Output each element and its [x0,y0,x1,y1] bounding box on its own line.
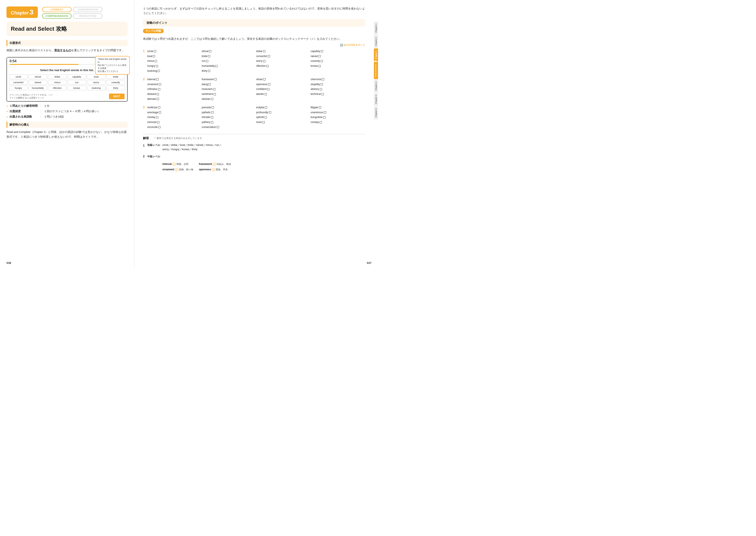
intro-right: １つの単語に引っかからず、まずはすべての語をチェックし終えることを意識しましょう… [143,7,365,16]
answer-row-1: 1 初級レベル circle／dollar／boat／bride／rained／… [143,143,365,152]
page-title: Read and Select 攻略 [11,25,123,33]
tab-conversation[interactable]: CONVERSATiON [73,7,102,12]
mindset-section: 解答時の心構え Read and Complete（Chapter 2）と同様、… [7,122,127,139]
side-tabs: Chapter 1 Chapter 2 Chapter 3 Read and S… [374,21,378,119]
intro-text: 画面に表示された単語のリストから、実在するものを選んでクリックするタイプの問題で… [7,48,127,53]
side-tab-read-select[interactable]: Read and Select 攻略 [374,62,378,79]
q-col-3-2: precede pathetic intruder pathery consec… [202,105,256,130]
q-num-1: 1 [143,49,147,74]
q-col-3-1: reviticize wreckage meslay memute reconc… [147,105,202,130]
chapter-badge: Chapter 3 [7,7,38,18]
sample-badge: サンプル問題 [143,29,164,33]
word-cell[interactable]: bride [106,74,125,79]
question-2: 2 interval ornament orthodox disware dis… [143,77,365,102]
screen-bottom: クリックした単語はハイライトされる。ハイライトを解除するには再度クリック NEX… [7,92,127,101]
chapter-label: Chapter [11,10,29,16]
stat-item: １問あたりの解答時間 ｜ １分 [7,104,127,108]
answer-note: ＊ 解答では実在する単語のみを示しています。 [154,137,204,140]
mockup-wrapper: "Select the real English words in this l… [7,57,127,102]
word-cell[interactable]: knows [67,85,86,90]
word-cell[interactable]: thirty [106,85,125,90]
vocab-grid: interval 名 間隔、合間 framework 名 枠組み、構成 orna… [162,162,231,172]
side-tab-ch1[interactable]: Chapter 1 [374,21,378,35]
right-page: １つの単語に引っかからず、まずはすべての語をチェックし終えることを意識しましょう… [134,0,378,268]
q-col-2-4: cherrorist stupidity abstory technical [311,77,365,102]
word-cell[interactable]: humanitally [28,85,47,90]
page-number-left: 036 [7,261,11,265]
stat-item: 出題される単語数 ｜ １問につき18語 [7,115,127,119]
word-cell[interactable]: boat [87,74,106,79]
vocab-item: framework 名 枠組み、構成 [199,162,231,167]
word-cell[interactable]: hungry [9,85,28,90]
answer-section: 解答 ＊ 解答では実在する単語のみを示しています。 1 初級レベル circle… [143,134,365,172]
title-section: Read and Select 攻略 [7,21,127,36]
vocab-item: interval 名 間隔、合間 [162,162,195,167]
vocab-item: openness 名 開放、率直 [199,167,231,172]
tab-literacy[interactable]: LITERACY [42,7,72,12]
word-cell[interactable]: minus [48,80,67,85]
chapter-num: 3 [30,8,34,16]
q-col-2-1: interval ornament orthodox disware disma… [147,77,202,102]
left-page: Chapter 3 LITERACY CONVERSATiON COMPREHE… [0,0,134,268]
page-number-right: 037 [367,261,371,265]
side-tab-ch3[interactable]: Chapter 3 [374,49,378,61]
time-note: 🔄 解答時間▶各問１分 [143,44,365,47]
word-cell[interactable]: run [67,80,86,85]
question-1: 1 circle boat minus hungry tookning stri… [143,49,365,74]
word-cell[interactable]: circle [9,74,28,79]
tab-comprehension[interactable]: COMPREHENSION [42,14,72,18]
stats-list: １問あたりの解答時間 ｜ １分 出題頻度 ｜ １回のテストにつき４～６問（４問が… [7,104,127,119]
strategy-title: 攻略のポイント [146,21,361,25]
nav-tabs: LITERACY CONVERSATiON COMPREHENSION PROD… [42,7,103,18]
vocab-item: ornament 名 装飾、飾り物 [162,167,195,172]
tooltip-bubble: "Select the real English words in this l… [95,56,130,75]
word-cell[interactable]: convertict [9,80,28,85]
answer-header: 解答 ＊ 解答では実在する単語のみを示しています。 [143,136,365,140]
screen-note: クリックした単語はハイライトされる。ハイライトを解除するには再度クリック [10,93,53,99]
q-col-2-2: framework dacig risolusion sentiment sti… [202,77,256,102]
section-header-mindset: 解答時の心構え [7,122,127,128]
question-3: 3 reviticize wreckage meslay memute reco… [143,105,365,130]
word-cell[interactable]: cosectly [106,80,125,85]
q-col-1-1: circle boat minus hungry tookning [147,49,202,74]
word-cell[interactable]: worry [87,80,106,85]
side-tab-ch6[interactable]: Chapter 6 [374,106,378,119]
progress-bar-inner [10,64,79,65]
q-col-3-4: fitigate unanimous bungralow conday [311,105,365,130]
q-col-1-4: capabity rained cosectly knows [311,49,365,74]
q-col-3-3: ecliptia profoundly uphold reuts [256,105,311,130]
q-col-1-2: strival bride run humanitally thirty [202,49,256,74]
section-header-format: 出題形式 [7,40,127,46]
chapter-header: Chapter 3 LITERACY CONVERSATiON COMPREHE… [7,7,127,18]
side-tab-ch4[interactable]: Chapter 4 [374,80,378,92]
side-tab-ch5[interactable]: Chapter 5 [374,93,378,106]
word-cell[interactable]: rained [28,80,47,85]
word-cell[interactable]: dollar [48,74,67,79]
word-grid: circle strival dollar capabity boat brid… [7,73,127,92]
q-col-1-3: dollar convertict worry riflection [256,49,311,74]
answer-row-2: 2 中級レベル interval 名 間隔、合間 framework 名 枠組み… [143,154,365,172]
next-button[interactable]: NEXT [109,94,124,99]
mindset-text: Read and Complete（Chapter 2）と同様、ほかの英語の試験… [7,130,127,139]
q-num-2: 2 [143,77,147,102]
sample-desc: 本試験では１問ずつ出題されますが、ここでは３問を連続して解いてみましょう。実在す… [143,37,365,41]
q-col-2-3: rehair openness confident alanter [256,77,311,102]
word-cell[interactable]: riflection [48,85,67,90]
word-cell[interactable]: tookning [87,85,106,90]
word-cell[interactable]: strival [28,74,47,79]
strategy-box: 攻略のポイント [143,19,365,27]
word-cell[interactable]: capabity [67,74,86,79]
answer-label: 解答 [143,136,152,140]
stat-item: 出題頻度 ｜ １回のテストにつき４～６問（４問が多い） [7,110,127,113]
tab-production[interactable]: PRODUCTION [73,14,102,18]
q-num-3: 3 [143,105,147,130]
side-tab-ch2[interactable]: Chapter 2 [374,35,378,48]
